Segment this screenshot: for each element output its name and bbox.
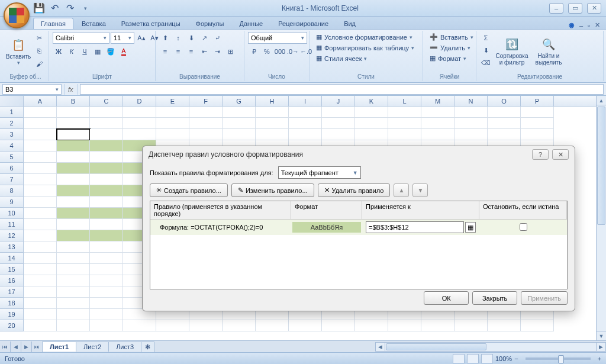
comma-button[interactable]: 000 <box>274 46 286 57</box>
insert-cells-button[interactable]: ➕Вставить▾ <box>427 32 476 42</box>
row-header[interactable]: 8 <box>0 185 24 197</box>
format-cells-button[interactable]: ▦Формат▾ <box>427 53 469 63</box>
cell[interactable] <box>256 118 289 129</box>
cell[interactable] <box>90 118 123 129</box>
row-header[interactable]: 12 <box>0 230 24 241</box>
cell[interactable] <box>256 129 289 140</box>
column-header[interactable]: I <box>289 96 322 106</box>
cell[interactable] <box>90 219 123 230</box>
row-header[interactable]: 17 <box>0 286 24 298</box>
currency-button[interactable]: ₽ <box>248 46 260 57</box>
cell[interactable] <box>156 320 189 331</box>
edit-rule-button[interactable]: ✎Изменить правило... <box>231 183 314 197</box>
cell[interactable] <box>57 230 90 241</box>
cell[interactable] <box>289 320 322 331</box>
cell[interactable] <box>454 129 488 140</box>
orientation-button[interactable]: ↗ <box>198 32 210 44</box>
cell[interactable] <box>24 241 57 253</box>
cell[interactable] <box>189 320 223 331</box>
tab-insert[interactable]: Вставка <box>75 18 113 29</box>
cell[interactable] <box>90 241 123 253</box>
cell[interactable] <box>24 309 57 320</box>
row-header[interactable]: 2 <box>0 118 24 129</box>
view-pagebreak-button[interactable] <box>481 354 493 363</box>
cell[interactable] <box>223 129 256 140</box>
sheet-tab-3[interactable]: Лист3 <box>108 342 141 352</box>
sort-filter-button[interactable]: 🔃 Сортировка и фильтр <box>494 32 530 70</box>
cell[interactable] <box>90 163 123 174</box>
scroll-right-icon[interactable]: ▶ <box>596 343 605 351</box>
row-header[interactable]: 7 <box>0 174 24 185</box>
cell[interactable] <box>421 129 454 140</box>
cell[interactable] <box>57 197 90 208</box>
align-top-button[interactable]: ⬆ <box>159 32 171 44</box>
cell[interactable] <box>24 197 57 208</box>
cell[interactable] <box>189 118 223 129</box>
cell[interactable] <box>90 185 123 197</box>
cell[interactable] <box>90 275 123 286</box>
rule-row[interactable]: Формула: =ОСТАТ(СТРОКА();2)=0 АаВbБбЯя ▦ <box>150 220 567 235</box>
cell[interactable] <box>24 264 57 275</box>
cell[interactable] <box>57 320 90 331</box>
cell[interactable] <box>488 129 521 140</box>
cell[interactable] <box>123 129 156 140</box>
cell[interactable] <box>24 298 57 309</box>
column-header[interactable]: J <box>322 96 355 106</box>
cell[interactable] <box>24 185 57 197</box>
cell[interactable] <box>322 107 355 118</box>
cell[interactable] <box>156 107 189 118</box>
cell[interactable] <box>24 253 57 264</box>
cell[interactable] <box>322 320 355 331</box>
font-name-combo[interactable]: Calibri▾ <box>53 32 109 44</box>
cell[interactable] <box>90 264 123 275</box>
row-header[interactable]: 9 <box>0 197 24 208</box>
minimize-button[interactable]: – <box>549 3 563 14</box>
hscroll-thumb[interactable] <box>386 343 486 350</box>
cell[interactable] <box>355 320 388 331</box>
view-pagelayout-button[interactable] <box>467 354 479 363</box>
cell[interactable] <box>223 107 256 118</box>
cell[interactable] <box>454 118 488 129</box>
cell[interactable] <box>256 107 289 118</box>
range-select-icon[interactable]: ▦ <box>465 222 476 233</box>
vertical-scrollbar[interactable]: ▲ ▼ <box>596 96 606 340</box>
increase-indent-button[interactable]: ⇥ <box>211 46 223 57</box>
zoom-slider[interactable] <box>526 357 591 360</box>
cell[interactable] <box>57 118 90 129</box>
cell[interactable] <box>57 140 90 152</box>
sheet-tab-1[interactable]: Лист1 <box>42 342 76 352</box>
applies-to-input[interactable] <box>366 221 464 233</box>
cell[interactable] <box>24 140 57 152</box>
cell[interactable] <box>521 118 554 129</box>
fillcolor-button[interactable]: 🪣 <box>105 46 117 57</box>
zoom-in-button[interactable]: + <box>598 355 601 362</box>
cell[interactable] <box>57 219 90 230</box>
number-format-combo[interactable]: Общий▾ <box>248 32 307 44</box>
row-header[interactable]: 5 <box>0 152 24 163</box>
cell[interactable] <box>388 320 421 331</box>
cell[interactable] <box>388 129 421 140</box>
cell[interactable] <box>57 163 90 174</box>
sheet-nav-last[interactable]: ⏭ <box>32 342 43 352</box>
cell[interactable] <box>90 309 123 320</box>
cell[interactable] <box>322 118 355 129</box>
zoom-level[interactable]: 100% <box>495 355 512 362</box>
underline-button[interactable]: Ч <box>79 46 91 57</box>
cell[interactable] <box>57 264 90 275</box>
paste-button[interactable]: 📋 Вставить ▾ <box>6 32 31 70</box>
formula-input[interactable] <box>80 84 604 95</box>
fx-button[interactable]: fx <box>64 84 78 95</box>
font-size-combo[interactable]: 11▾ <box>111 32 134 44</box>
autosum-button[interactable]: Σ <box>480 32 492 44</box>
tab-pagelayout[interactable]: Разметка страницы <box>114 18 188 29</box>
cell[interactable] <box>223 118 256 129</box>
cell[interactable] <box>421 320 454 331</box>
cell[interactable] <box>24 174 57 185</box>
column-header[interactable]: M <box>421 96 454 106</box>
fontcolor-button[interactable]: A <box>118 46 130 57</box>
cell[interactable] <box>90 230 123 241</box>
help-icon[interactable]: ◉ <box>569 21 575 29</box>
cell[interactable] <box>90 129 123 140</box>
italic-button[interactable]: К <box>66 46 78 57</box>
cell[interactable] <box>57 275 90 286</box>
